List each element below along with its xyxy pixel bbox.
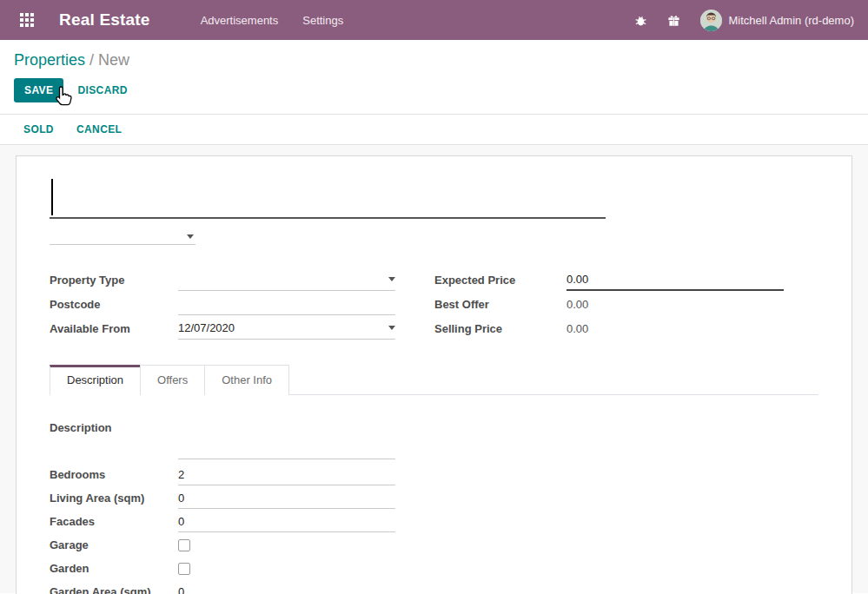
field-row-garage: Garage (50, 533, 818, 557)
form-statusbar: SOLD CANCEL (0, 115, 868, 145)
field-row-description: Description (50, 418, 818, 463)
discard-button[interactable]: DISCARD (77, 84, 127, 96)
nav-menus: Advertisements Settings (201, 14, 344, 27)
best-offer-readonly: 0.00 (567, 293, 784, 315)
facades-label: Facades (50, 515, 178, 528)
field-row-postcode: Postcode (50, 292, 434, 316)
garage-checkbox[interactable] (178, 539, 190, 551)
property-type-input[interactable] (178, 268, 395, 291)
right-field-group: Expected Price 0.00 Best Offer 0.00 Sell… (434, 267, 818, 340)
property-type-label: Property Type (50, 274, 178, 287)
tab-other-info[interactable]: Other Info (204, 365, 289, 395)
navbar-right: Mitchell Admin (rd-demo) (634, 10, 855, 31)
breadcrumb-properties[interactable]: Properties (14, 51, 85, 69)
breadcrumb-separator: / (89, 51, 98, 69)
text-caret (51, 179, 53, 215)
content-area: Property Type Postcode Available From (0, 145, 868, 593)
selling-price-readonly: 0.00 (567, 317, 784, 340)
chevron-down-icon (187, 234, 194, 239)
top-navbar: Real Estate Advertisements Settings (0, 0, 868, 40)
bedrooms-label: Bedrooms (50, 468, 178, 481)
expected-price-label: Expected Price (434, 274, 567, 287)
menu-settings[interactable]: Settings (302, 14, 343, 27)
bedrooms-value: 2 (178, 468, 184, 481)
menu-advertisements[interactable]: Advertisements (201, 14, 279, 27)
field-row-expected-price: Expected Price 0.00 (434, 267, 818, 292)
description-label: Description (50, 418, 178, 434)
left-field-group: Property Type Postcode Available From (50, 267, 434, 340)
living-area-input[interactable]: 0 (178, 487, 395, 509)
tab-content-description: Description Bedrooms 2 Living Area (sqm)… (50, 395, 818, 594)
property-tags-input[interactable] (50, 222, 195, 245)
field-row-garden-area: Garden Area (sqm) 0 (50, 580, 818, 594)
garage-cell (178, 534, 395, 556)
expected-price-value: 0.00 (567, 273, 588, 286)
chevron-down-icon (388, 326, 395, 330)
field-row-property-type: Property Type (50, 267, 434, 292)
property-form-sheet: Property Type Postcode Available From (16, 155, 852, 594)
gift-icon[interactable] (667, 13, 681, 27)
selling-price-value: 0.00 (567, 322, 588, 335)
user-avatar (700, 10, 722, 31)
selling-price-label: Selling Price (434, 322, 567, 335)
living-area-label: Living Area (sqm) (50, 492, 178, 505)
description-input[interactable] (178, 418, 395, 459)
garage-label: Garage (50, 538, 178, 551)
sold-button[interactable]: SOLD (23, 123, 54, 135)
tab-description[interactable]: Description (50, 365, 141, 395)
field-row-facades: Facades 0 (50, 510, 818, 533)
chevron-down-icon (388, 277, 395, 281)
best-offer-value: 0.00 (567, 298, 588, 311)
field-row-best-offer: Best Offer 0.00 (434, 292, 818, 316)
garden-label: Garden (50, 562, 178, 575)
user-menu[interactable]: Mitchell Admin (rd-demo) (700, 10, 855, 31)
app-title[interactable]: Real Estate (59, 10, 150, 30)
facades-input[interactable]: 0 (178, 511, 395, 532)
action-buttons-row: SAVE DISCARD (14, 78, 854, 102)
bedrooms-input[interactable]: 2 (178, 464, 395, 485)
save-button[interactable]: SAVE (14, 78, 63, 102)
available-from-value: 12/07/2020 (178, 321, 235, 334)
property-name-input[interactable] (50, 177, 606, 219)
notebook: Description Offers Other Info Descriptio… (50, 365, 818, 594)
control-panel: Properties / New SAVE DISCARD (0, 40, 868, 115)
field-row-garden: Garden (50, 557, 818, 580)
cancel-button[interactable]: CANCEL (76, 123, 122, 135)
garden-area-label: Garden Area (sqm) (50, 585, 178, 594)
breadcrumb: Properties / New (14, 51, 854, 69)
garden-area-input[interactable]: 0 (178, 581, 395, 594)
breadcrumb-new: New (98, 51, 129, 69)
field-row-selling-price: Selling Price 0.00 (434, 316, 818, 340)
tab-bar: Description Offers Other Info (50, 365, 818, 395)
field-columns: Property Type Postcode Available From (50, 267, 818, 340)
available-from-label: Available From (50, 322, 178, 335)
garden-checkbox[interactable] (178, 563, 190, 575)
garden-area-value: 0 (178, 585, 184, 594)
best-offer-label: Best Offer (434, 298, 567, 311)
field-row-living-area: Living Area (sqm) 0 (50, 486, 818, 510)
living-area-value: 0 (178, 492, 184, 505)
field-row-available-from: Available From 12/07/2020 (50, 316, 434, 340)
user-name: Mitchell Admin (rd-demo) (729, 14, 855, 27)
facades-value: 0 (178, 515, 184, 528)
available-from-input[interactable]: 12/07/2020 (178, 317, 395, 340)
tab-offers[interactable]: Offers (140, 365, 205, 395)
expected-price-input[interactable]: 0.00 (567, 268, 784, 291)
apps-grid-icon (20, 13, 34, 27)
bug-icon[interactable] (634, 13, 648, 27)
postcode-input[interactable] (178, 293, 395, 315)
apps-menu-button[interactable] (14, 7, 40, 33)
postcode-label: Postcode (50, 298, 178, 311)
garden-cell (178, 558, 395, 579)
field-row-bedrooms: Bedrooms 2 (50, 463, 818, 486)
